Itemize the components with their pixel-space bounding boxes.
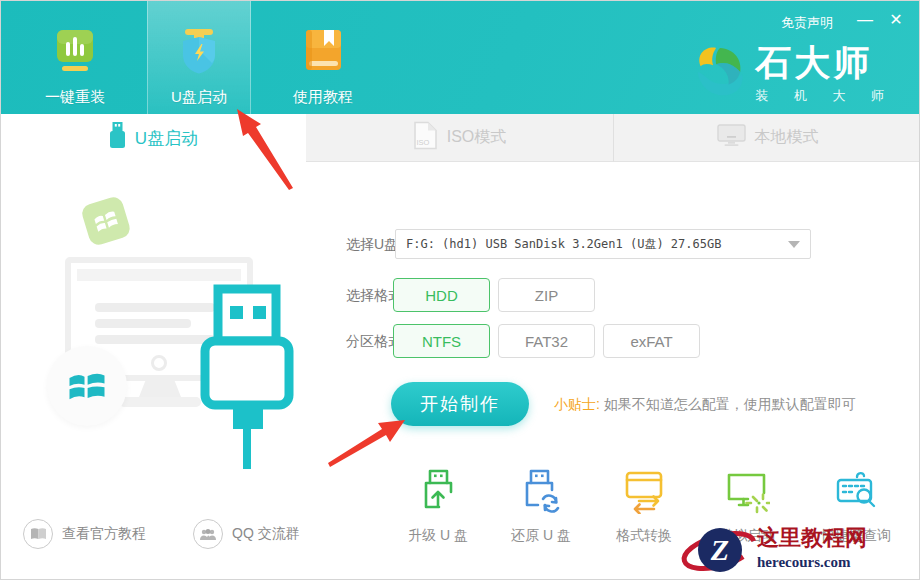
watermark-site-url: herecours.com: [757, 554, 867, 571]
tab-label: U盘启动: [135, 127, 198, 150]
app-window: 一键重装 U盘启动: [0, 0, 920, 580]
partition-option-exfat[interactable]: exFAT: [603, 324, 700, 358]
format-option-zip[interactable]: ZIP: [498, 278, 595, 312]
partition-option-ntfs[interactable]: NTFS: [393, 324, 490, 358]
monitor-stand: [139, 381, 181, 397]
monitor-dot: [151, 355, 167, 371]
usb-select-label: 选择U盘:: [346, 236, 402, 254]
tab-iso-mode[interactable]: ISO ISO模式: [306, 114, 613, 162]
windows-logo-badge: [47, 346, 127, 426]
usb-drive-icon: [109, 122, 126, 154]
hotkey-search-icon: [833, 468, 879, 518]
monitor-base: [119, 397, 201, 407]
usb-drive-select[interactable]: F:G: (hd1) USB SanDisk 3.2Gen1 (U盘) 27.6…: [395, 229, 811, 259]
tip-prefix: 小贴士:: [554, 396, 600, 412]
chart-bars-icon: [52, 28, 98, 78]
minimize-button[interactable]: —: [853, 9, 875, 31]
footer-link-label: QQ 交流群: [232, 525, 300, 543]
official-tutorial-link[interactable]: 查看官方教程: [23, 519, 146, 549]
format-convert-icon: [621, 468, 667, 518]
usb-plug-illustration: [197, 284, 295, 474]
tip-body: 如果不知道怎么配置，使用默认配置即可: [604, 396, 856, 412]
start-make-button[interactable]: 开始制作: [391, 382, 529, 426]
feature-label: 升级 U 盘: [408, 527, 468, 545]
toolbar-item-label: 使用教程: [293, 88, 353, 107]
main-toolbar: 一键重装 U盘启动: [23, 1, 375, 114]
site-watermark: Z 这里教程网 herecours.com: [679, 519, 919, 579]
watermark-letter: Z: [710, 533, 729, 566]
usb-upgrade-icon: [415, 468, 461, 518]
windows-flag-icon: [67, 366, 107, 406]
user-group-icon: [193, 519, 223, 549]
book-icon: [300, 28, 346, 78]
toolbar-item-label: 一键重装: [45, 88, 105, 107]
simulate-boot-icon: [724, 468, 770, 518]
tab-label: 本地模式: [755, 127, 819, 148]
usb-drive-value: F:G: (hd1) USB SanDisk 3.2Gen1 (U盘) 27.6…: [396, 236, 788, 253]
toolbar-item-usb-boot[interactable]: U盘启动: [147, 1, 251, 114]
toolbar-item-tutorial[interactable]: 使用教程: [271, 1, 375, 114]
format-option-hdd[interactable]: HDD: [393, 278, 490, 312]
brand-logo: 石大师 装 机 大 师: [691, 43, 895, 105]
partition-option-fat32[interactable]: FAT32: [498, 324, 595, 358]
monitor-screen-topbar: [77, 269, 241, 281]
mode-tabbar: U盘启动 ISO ISO模式 本地模式: [1, 114, 920, 162]
tab-label: ISO模式: [447, 127, 507, 148]
tip-text: 小贴士: 如果不知道怎么配置，使用默认配置即可: [554, 396, 856, 414]
qq-group-link[interactable]: QQ 交流群: [193, 519, 300, 549]
feature-label: 还原 U 盘: [511, 527, 571, 545]
tab-usb-boot[interactable]: U盘启动: [1, 114, 306, 162]
brand-swirl-icon: [691, 43, 745, 105]
brand-name: 石大师: [755, 43, 895, 83]
chevron-down-icon: [788, 241, 800, 248]
feature-restore-usb[interactable]: 还原 U 盘: [486, 468, 596, 545]
monitor-screen-line: [95, 319, 191, 328]
iso-badge: ISO: [416, 138, 429, 147]
close-button[interactable]: ✕: [885, 9, 907, 31]
brand-tagline: 装 机 大 师: [755, 87, 895, 105]
feature-label: 格式转换: [616, 527, 672, 545]
header-bar: 一键重装 U盘启动: [1, 1, 920, 114]
feature-upgrade-usb[interactable]: 升级 U 盘: [383, 468, 493, 545]
disclaimer-link[interactable]: 免责声明: [781, 14, 833, 32]
monitor-icon: [717, 124, 746, 151]
toolbar-item-label: U盘启动: [171, 88, 227, 107]
toolbar-item-reinstall[interactable]: 一键重装: [23, 1, 127, 114]
shield-lightning-icon: [176, 28, 222, 78]
windows-tile-icon: [80, 195, 132, 247]
usb-restore-icon: [518, 468, 564, 518]
annotation-arrow-start-button: [327, 417, 407, 469]
footer-link-label: 查看官方教程: [62, 525, 146, 543]
iso-file-icon: ISO: [413, 121, 438, 154]
tab-local-mode[interactable]: 本地模式: [613, 114, 920, 162]
open-book-icon: [23, 519, 53, 549]
watermark-logo-icon: Z: [679, 519, 761, 579]
watermark-site-name: 这里教程网: [757, 523, 867, 553]
